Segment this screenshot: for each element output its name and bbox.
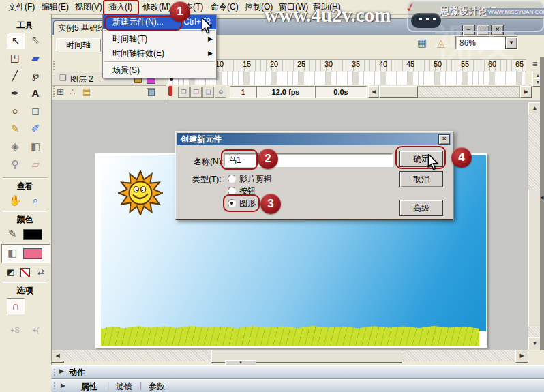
forum-mascot-dots bbox=[417, 17, 436, 21]
pencil-tool-icon[interactable]: ✎ bbox=[7, 121, 23, 136]
advanced-button[interactable]: 高级 bbox=[399, 200, 443, 216]
insert-layer-icon[interactable]: ⊞ bbox=[57, 87, 64, 97]
stroke-color-swatch[interactable] bbox=[23, 229, 42, 240]
dock-expand-icon[interactable]: ◀ bbox=[540, 195, 543, 200]
actions-panel-grip[interactable] bbox=[53, 368, 56, 376]
frames-area[interactable] bbox=[168, 72, 525, 85]
annotation-box-graphic-radio bbox=[223, 194, 260, 212]
free-transform-tool-icon[interactable]: ◰ bbox=[7, 50, 23, 65]
oval-tool-icon[interactable]: ○ bbox=[7, 104, 23, 119]
filters-tab-label[interactable]: 滤镜 bbox=[116, 381, 132, 392]
advanced-button-label: 高级 bbox=[413, 203, 429, 213]
toolbox-divider bbox=[3, 177, 48, 179]
properties-panel-grip[interactable] bbox=[53, 382, 56, 390]
no-color-icon[interactable] bbox=[20, 268, 30, 277]
timeline-scroll-right-icon[interactable]: ▶ bbox=[520, 86, 532, 98]
timeline-effects-item-label: 时间轴特效(E) bbox=[112, 48, 164, 58]
menu-edit[interactable]: 编辑(E) bbox=[39, 1, 72, 13]
frame-rate-display[interactable]: 12.0 fps bbox=[256, 86, 315, 98]
tools-section-label: 工具 bbox=[0, 20, 50, 31]
text-tool-icon[interactable]: A bbox=[27, 86, 44, 101]
onion-skin-outline-icon[interactable]: ❒ bbox=[190, 87, 202, 98]
straighten-option-icon[interactable]: +( bbox=[27, 322, 44, 337]
timeline-item-label: 时间轴(T) bbox=[112, 34, 147, 44]
timeline-toggle-button[interactable]: 时间轴 bbox=[56, 38, 101, 52]
sun-graphic[interactable] bbox=[118, 170, 163, 215]
parameters-tab-label[interactable]: 参数 bbox=[149, 381, 165, 392]
forum-watermark: 思缘设计论坛 WWW.MISSYUAN.COM ✓ bbox=[407, 1, 544, 32]
lasso-tool-icon[interactable]: ℘ bbox=[27, 68, 44, 83]
edit-scene-icon[interactable]: ▦ bbox=[417, 37, 427, 49]
type-field-label: 类型(T): bbox=[192, 174, 222, 185]
annotation-badge-4: 4 bbox=[451, 147, 472, 168]
dialog-titlebar[interactable]: 创建新元件 bbox=[177, 133, 451, 145]
toolbox-panel: 工具 ↖ ⇖ ◰ ▰ ╱ ℘ ✒ A ○ □ ✎ ✐ ◈ ◧ ⚲ ▱ 查看 ✋ … bbox=[0, 14, 52, 392]
menu-modify[interactable]: 修改(M) bbox=[140, 1, 174, 13]
cursor-arrow bbox=[200, 18, 213, 34]
onion-skin-icon[interactable]: ❐ bbox=[178, 87, 190, 98]
stage-scroll-right-icon[interactable]: ▶ bbox=[515, 350, 528, 363]
expand-properties-icon[interactable]: ▶ bbox=[61, 382, 65, 389]
properties-tab-label[interactable]: 属性 bbox=[81, 381, 97, 392]
dock-edge-strip[interactable] bbox=[540, 57, 544, 350]
flash-application-window: 文件(F) 编辑(E) 视图(V) 插入(I) 修改(M) 文本(T) 命令(C… bbox=[0, 0, 544, 392]
ruler-label: 20 bbox=[265, 60, 283, 68]
menu-item-scene[interactable]: 场景(S) bbox=[103, 63, 216, 78]
radio-movie-clip[interactable] bbox=[228, 175, 236, 183]
delete-layer-trash-icon[interactable] bbox=[147, 87, 155, 95]
add-motion-guide-icon[interactable]: ∴ bbox=[70, 87, 75, 97]
current-frame-display: 1 bbox=[230, 86, 256, 98]
swap-colors-icon[interactable]: ⇄ bbox=[33, 265, 49, 280]
document-tab-title: 实例5.基础绘 bbox=[58, 23, 106, 33]
default-colors-icon[interactable]: ◩ bbox=[3, 265, 19, 280]
playhead-center-icon[interactable] bbox=[168, 86, 172, 96]
pen-tool-icon[interactable]: ✒ bbox=[7, 86, 23, 101]
selection-tool-icon[interactable]: ↖ bbox=[7, 33, 25, 49]
collapse-arrow-icon: ▼ bbox=[239, 361, 243, 365]
timeline-scrollbar-thumb[interactable] bbox=[379, 86, 418, 98]
menu-view[interactable]: 视图(V) bbox=[72, 1, 105, 13]
expand-actions-icon[interactable]: ▶ bbox=[59, 367, 64, 374]
timeline-panel-menu-icon[interactable]: ≡ bbox=[532, 59, 537, 69]
dialog-close-button[interactable]: ✕ bbox=[438, 134, 450, 145]
brush-tool-icon[interactable]: ✐ bbox=[27, 121, 44, 136]
menu-item-timeline-effects[interactable]: 时间轴特效(E) ▶ bbox=[103, 46, 216, 61]
subselection-tool-icon[interactable]: ⇖ bbox=[27, 33, 44, 48]
modify-onion-markers-icon[interactable]: ⊙ bbox=[215, 87, 226, 98]
ruler-label: 25 bbox=[292, 60, 310, 68]
eyedropper-tool-icon[interactable]: ⚲ bbox=[7, 157, 23, 172]
ruler-label: 30 bbox=[320, 60, 337, 68]
fill-color-swatch[interactable] bbox=[23, 248, 42, 259]
menu-commands[interactable]: 命令(C) bbox=[208, 1, 241, 13]
forum-mascot-check: ✓ bbox=[404, 0, 417, 16]
layer-page-icon: ❏ bbox=[59, 73, 67, 82]
hand-tool-icon[interactable]: ✋ bbox=[7, 193, 23, 208]
layer-name-label[interactable]: 图层 2 bbox=[70, 74, 93, 85]
edit-multiple-frames-icon[interactable]: ❏ bbox=[202, 87, 214, 98]
panel-tab-separator: | bbox=[140, 380, 142, 390]
ruler-label: 45 bbox=[402, 60, 419, 68]
rectangle-tool-icon[interactable]: □ bbox=[27, 104, 44, 119]
menu-file[interactable]: 文件(F) bbox=[5, 1, 37, 13]
submenu-arrow-icon: ▶ bbox=[208, 32, 213, 46]
cancel-button[interactable]: 取消 bbox=[399, 171, 443, 187]
actions-panel-bar[interactable]: ▶ 动作 bbox=[51, 365, 544, 379]
insert-layer-folder-icon[interactable]: ▤ bbox=[82, 87, 91, 97]
zoom-tool-icon[interactable]: ⌕ bbox=[27, 193, 44, 208]
snap-to-objects-magnet-icon[interactable]: ∩ bbox=[7, 298, 25, 314]
eraser-tool-icon[interactable]: ▱ bbox=[27, 157, 44, 172]
properties-panel-bar[interactable]: ▶ 属性 | 滤镜 | 参数 bbox=[51, 379, 544, 392]
ink-bottle-tool-icon[interactable]: ◈ bbox=[7, 139, 23, 154]
dialog-title-text: 创建新元件 bbox=[181, 134, 222, 144]
gradient-transform-tool-icon[interactable]: ▰ bbox=[27, 50, 44, 65]
actions-panel-label[interactable]: 动作 bbox=[69, 367, 85, 378]
cancel-button-label: 取消 bbox=[413, 175, 429, 184]
line-tool-icon[interactable]: ╱ bbox=[7, 68, 23, 83]
radio-movie-clip-label[interactable]: 影片剪辑 bbox=[239, 173, 272, 185]
submenu-arrow-icon: ▶ bbox=[208, 46, 213, 61]
smooth-option-icon[interactable]: +S bbox=[7, 322, 23, 337]
menu-item-timeline[interactable]: 时间轴(T) ▶ bbox=[103, 32, 216, 46]
ruler-label: 40 bbox=[374, 60, 392, 68]
paint-bucket-tool-icon[interactable]: ◧ bbox=[27, 139, 44, 154]
grass-graphic[interactable] bbox=[101, 325, 479, 346]
